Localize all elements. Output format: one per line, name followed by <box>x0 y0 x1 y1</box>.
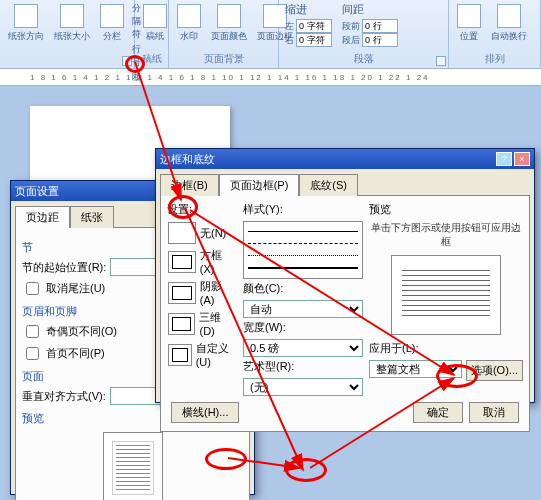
bd-tab-page-border[interactable]: 页面边框(P) <box>219 174 300 196</box>
bd-opt-3d[interactable]: 三维(D) <box>167 309 237 338</box>
bd-width-label: 宽度(W): <box>243 320 363 335</box>
bd-art-label: 艺术型(R): <box>243 359 363 374</box>
group-label-paragraph: 段落 <box>285 50 442 66</box>
ps-preview <box>103 432 163 500</box>
wrap-button[interactable]: 自动换行 <box>489 2 529 45</box>
group-label-arrange: 排列 <box>455 50 534 66</box>
help-icon[interactable]: ? <box>496 152 512 166</box>
bd-opt-custom[interactable]: 自定义(U) <box>167 340 237 369</box>
bd-options-button[interactable]: 选项(O)... <box>466 360 523 381</box>
ps-suppress-endnotes-check[interactable] <box>26 282 39 295</box>
breaks-button[interactable]: 分隔符 <box>132 2 141 41</box>
page-setup-launcher[interactable] <box>122 56 132 66</box>
bd-width-select[interactable]: 0.5 磅 <box>243 339 363 357</box>
border-shading-dialog: 边框和底纹 ? × 边框(B) 页面边框(P) 底纹(S) 设置: 无(N) 方… <box>155 148 535 403</box>
group-label-paper: 稿纸 <box>141 50 162 66</box>
ps-tab-margins[interactable]: 页边距 <box>15 206 70 228</box>
bd-hline-button[interactable]: 横线(H)... <box>171 402 239 423</box>
ps-odd-even-check[interactable] <box>26 325 39 338</box>
group-label-background: 页面背景 <box>175 50 272 66</box>
orientation-button[interactable]: 纸张方向 <box>6 2 46 45</box>
bd-opt-shadow[interactable]: 阴影(A) <box>167 278 237 307</box>
close-icon[interactable]: × <box>514 152 530 166</box>
bd-color-label: 颜色(C): <box>243 281 363 296</box>
bd-opt-none[interactable]: 无(N) <box>167 221 237 245</box>
bd-opt-box[interactable]: 方框(X) <box>167 247 237 276</box>
watermark-button[interactable]: 水印 <box>175 2 203 45</box>
ps-first-page-check[interactable] <box>26 347 39 360</box>
bd-apply-select[interactable]: 整篇文档 <box>369 360 462 378</box>
line-numbers-button[interactable]: 行号 <box>132 43 141 69</box>
spacing-after-input[interactable] <box>362 33 398 47</box>
paragraph-launcher[interactable] <box>436 56 446 66</box>
bd-art-select[interactable]: (无) <box>243 378 363 396</box>
size-button[interactable]: 纸张大小 <box>52 2 92 45</box>
bd-tab-shading[interactable]: 底纹(S) <box>299 174 358 196</box>
bd-color-select[interactable]: 自动 <box>243 300 363 318</box>
bd-ok-button[interactable]: 确定 <box>413 402 463 423</box>
position-button[interactable]: 位置 <box>455 2 483 45</box>
bd-preview[interactable] <box>391 255 501 335</box>
bd-style-list[interactable] <box>243 221 363 279</box>
bd-setting-label: 设置: <box>167 202 237 217</box>
indent-right-input[interactable] <box>296 33 332 47</box>
bd-apply-label: 应用于(L): <box>369 341 523 356</box>
spacing-label: 间距 <box>342 2 398 17</box>
bd-style-label: 样式(Y): <box>243 202 363 217</box>
bd-preview-hint: 单击下方图示或使用按钮可应用边框 <box>369 221 523 249</box>
ps-title: 页面设置 <box>15 184 59 199</box>
columns-button[interactable]: 分栏 <box>98 2 126 45</box>
bd-preview-label: 预览 <box>369 202 523 217</box>
paper-button[interactable]: 稿纸 <box>141 2 169 45</box>
indent-left-input[interactable] <box>296 19 332 33</box>
bd-cancel-button[interactable]: 取消 <box>469 402 519 423</box>
bd-tab-border[interactable]: 边框(B) <box>160 174 219 196</box>
ps-tab-paper[interactable]: 纸张 <box>70 206 114 228</box>
bd-title: 边框和底纹 <box>160 152 215 167</box>
indent-label: 缩进 <box>285 2 332 17</box>
bd-titlebar[interactable]: 边框和底纹 ? × <box>156 149 534 169</box>
page-color-button[interactable]: 页面颜色 <box>209 2 249 45</box>
spacing-before-input[interactable] <box>362 19 398 33</box>
ribbon: 纸张方向 纸张大小 分栏 分隔符 行号 断字 页面设置 稿纸 稿纸 水印 页面颜… <box>0 0 541 68</box>
